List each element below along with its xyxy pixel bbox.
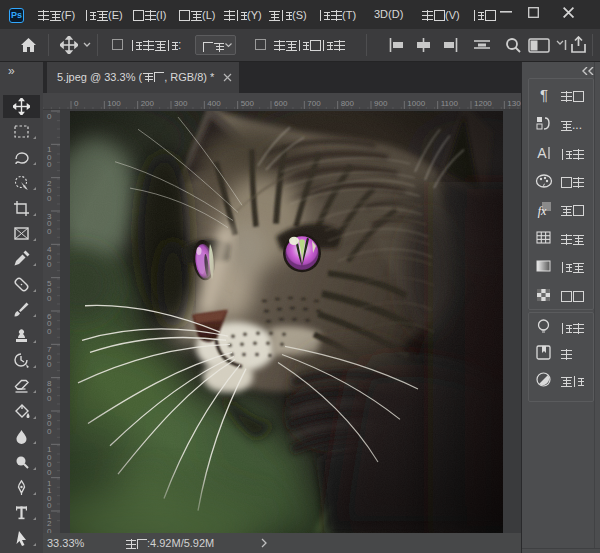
svg-text:200: 200 [141, 99, 155, 108]
svg-text:A: A [537, 145, 547, 161]
svg-text:0: 0 [47, 427, 52, 436]
svg-text:1200: 1200 [474, 99, 492, 108]
svg-text:600: 600 [274, 99, 288, 108]
svg-text:400: 400 [207, 99, 221, 108]
svg-text:700: 700 [307, 99, 321, 108]
svg-text:0: 0 [47, 194, 52, 203]
svg-text:800: 800 [341, 99, 355, 108]
svg-text:0: 0 [47, 260, 52, 269]
svg-text:0: 0 [47, 360, 52, 369]
svg-text:1000: 1000 [407, 99, 425, 108]
svg-text:0: 0 [74, 99, 79, 108]
svg-text:100: 100 [107, 99, 121, 108]
svg-text:0: 0 [47, 112, 52, 121]
svg-text:0: 0 [47, 227, 52, 236]
svg-text:900: 900 [374, 99, 388, 108]
svg-text:300: 300 [174, 99, 188, 108]
svg-text:fx: fx [538, 204, 547, 218]
svg-text:1100: 1100 [441, 99, 459, 108]
svg-text:0: 0 [47, 327, 52, 336]
svg-text:0: 0 [47, 294, 52, 303]
svg-text:1300: 1300 [507, 99, 521, 108]
svg-text:0: 0 [47, 468, 52, 477]
svg-text:0: 0 [47, 160, 52, 169]
svg-text:500: 500 [241, 99, 255, 108]
svg-text:0: 0 [47, 501, 52, 510]
svg-text:¶: ¶ [540, 86, 548, 103]
svg-text:0: 0 [47, 394, 52, 403]
